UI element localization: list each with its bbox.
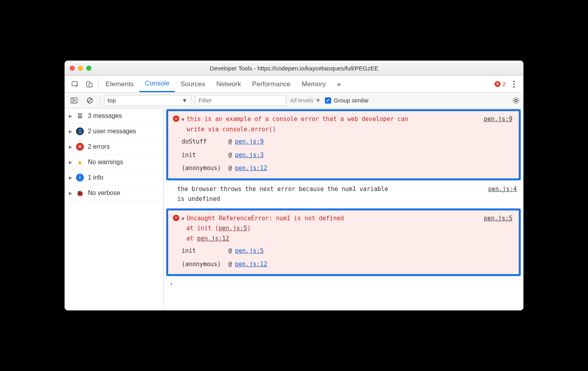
titlebar: Developer Tools - https://codepen.io/kay… xyxy=(65,61,523,76)
stack-trace: doStuff @ pen.js:9 init @ pen.js:3 (anon… xyxy=(182,135,514,175)
tab-console[interactable]: Console xyxy=(139,76,175,92)
group-similar-label: Group similar xyxy=(334,97,369,104)
error-icon: ✕ xyxy=(173,115,179,122)
stack-at: @ xyxy=(228,137,232,147)
stack-frame[interactable]: init @ pen.js:5 xyxy=(182,244,514,258)
error-text: Uncaught ReferenceError: num1 is not def… xyxy=(187,214,344,224)
stack-location-link[interactable]: pen.js:3 xyxy=(235,150,264,161)
error-trace-line: at init (pen.js:5) xyxy=(173,223,514,234)
console-log-message[interactable]: pen.js:4 the browser throws the next err… xyxy=(164,181,523,208)
stack-frame[interactable]: (anonymous) @ pen.js:12 xyxy=(182,258,514,271)
sidebar-label: No verbose xyxy=(88,189,120,197)
more-options-icon[interactable] xyxy=(510,81,518,88)
stack-function: init xyxy=(182,246,225,256)
main-toolbar: Elements Console Sources Network Perform… xyxy=(65,76,523,93)
trace-location-link[interactable]: pen.js:5 xyxy=(218,225,247,232)
svg-rect-2 xyxy=(89,83,92,87)
disclosure-icon[interactable]: ▼ xyxy=(182,116,184,124)
stack-location-link[interactable]: pen.js:12 xyxy=(235,163,267,174)
stack-at: @ xyxy=(228,246,232,256)
dropdown-icon: ▼ xyxy=(315,97,321,104)
sidebar-item-messages[interactable]: ▶ ☰ 3 messages xyxy=(65,108,163,124)
stack-function: init xyxy=(182,150,225,161)
svg-line-14 xyxy=(514,102,514,103)
sidebar-item-verbose[interactable]: ▶ 🐞 No verbose xyxy=(65,186,163,201)
highlight-box: pen.js:5 ✕ ▼ Uncaught ReferenceError: nu… xyxy=(166,208,521,276)
checkbox-checked-icon: ✓ xyxy=(325,97,331,104)
error-count-badge[interactable]: ✕ 2 xyxy=(495,81,506,87)
disclosure-icon[interactable]: ▼ xyxy=(182,216,184,223)
info-icon: i xyxy=(76,174,84,182)
tab-performance[interactable]: Performance xyxy=(247,76,296,92)
stack-function: doStuff xyxy=(182,137,225,147)
svg-line-13 xyxy=(518,102,518,103)
log-text: the browser throws the next error becaus… xyxy=(169,184,398,204)
console-prompt[interactable]: › xyxy=(164,277,523,291)
error-text: this is an example of a console error th… xyxy=(187,114,408,134)
error-icon: ✕ xyxy=(495,81,501,87)
group-similar-checkbox[interactable]: ✓ Group similar xyxy=(325,97,369,104)
stack-trace: init @ pen.js:5 (anonymous) @ pen.js:12 xyxy=(182,244,514,271)
stack-function: (anonymous) xyxy=(182,259,225,270)
list-icon: ☰ xyxy=(76,112,84,120)
sidebar-item-errors[interactable]: ▶ ✕ 2 errors xyxy=(65,139,163,155)
source-link[interactable]: pen.js:5 xyxy=(484,214,512,224)
window-title: Developer Tools - https://codepen.io/kay… xyxy=(65,65,523,72)
devtools-window: Developer Tools - https://codepen.io/kay… xyxy=(64,61,524,310)
console-error-message[interactable]: pen.js:9 ✕ ▼ this is an example of a con… xyxy=(168,111,519,178)
context-value: top xyxy=(108,97,116,104)
minimize-window-button[interactable] xyxy=(78,66,83,71)
expand-icon: ▶ xyxy=(69,175,72,180)
error-trace-line: at pen.js:12 xyxy=(173,234,514,244)
source-link[interactable]: pen.js:9 xyxy=(484,114,512,125)
sidebar-label: 3 messages xyxy=(88,112,122,119)
dropdown-icon: ▼ xyxy=(182,97,188,104)
context-selector[interactable]: top ▼ xyxy=(104,95,191,106)
log-level-selector[interactable]: All levels ▼ xyxy=(290,97,321,104)
tab-elements[interactable]: Elements xyxy=(100,76,139,92)
maximize-window-button[interactable] xyxy=(86,66,91,71)
tab-sources[interactable]: Sources xyxy=(175,76,211,92)
tab-memory[interactable]: Memory xyxy=(296,76,331,92)
source-link[interactable]: pen.js:4 xyxy=(488,184,517,195)
sidebar-label: No warnings xyxy=(88,159,123,166)
error-icon: ✕ xyxy=(173,215,179,221)
sidebar-item-user-messages[interactable]: ▶ 👤 2 user messages xyxy=(65,124,163,139)
tabs-overflow[interactable]: » xyxy=(332,76,346,92)
toggle-sidebar-icon[interactable] xyxy=(68,97,80,104)
svg-point-7 xyxy=(515,99,517,102)
separator xyxy=(98,78,99,90)
expand-icon: ▶ xyxy=(69,160,72,165)
console-error-message[interactable]: pen.js:5 ✕ ▼ Uncaught ReferenceError: nu… xyxy=(168,210,519,274)
svg-line-6 xyxy=(88,98,92,102)
stack-location-link[interactable]: pen.js:12 xyxy=(235,259,267,270)
bug-icon: 🐞 xyxy=(76,189,84,197)
separator xyxy=(100,96,100,105)
error-icon: ✕ xyxy=(76,143,84,151)
tab-network[interactable]: Network xyxy=(211,76,247,92)
sidebar-item-info[interactable]: ▶ i 1 info xyxy=(65,170,163,186)
sidebar-label: 2 user messages xyxy=(88,128,136,135)
trace-location-link[interactable]: pen.js:12 xyxy=(197,235,229,242)
inspect-element-icon[interactable] xyxy=(68,76,82,92)
stack-frame[interactable]: init @ pen.js:3 xyxy=(182,149,514,162)
level-label: All levels xyxy=(290,97,313,104)
console-settings-icon[interactable] xyxy=(512,97,520,104)
filter-input[interactable] xyxy=(195,95,286,106)
stack-location-link[interactable]: pen.js:5 xyxy=(235,246,264,256)
expand-icon: ▶ xyxy=(69,191,72,196)
stack-location-link[interactable]: pen.js:9 xyxy=(235,137,264,147)
traffic-lights xyxy=(70,66,91,71)
console-messages: pen.js:9 ✕ ▼ this is an example of a con… xyxy=(164,108,523,310)
error-count: 2 xyxy=(503,81,506,87)
stack-at: @ xyxy=(228,150,232,161)
clear-console-icon[interactable] xyxy=(84,97,96,104)
stack-frame[interactable]: (anonymous) @ pen.js:12 xyxy=(182,162,514,175)
sidebar-item-warnings[interactable]: ▶ ▲ No warnings xyxy=(65,155,163,170)
sidebar-label: 1 info xyxy=(88,174,103,181)
close-window-button[interactable] xyxy=(70,66,75,71)
device-toggle-icon[interactable] xyxy=(82,76,97,92)
svg-line-12 xyxy=(514,98,514,99)
stack-frame[interactable]: doStuff @ pen.js:9 xyxy=(182,135,514,149)
expand-icon: ▶ xyxy=(69,114,72,119)
